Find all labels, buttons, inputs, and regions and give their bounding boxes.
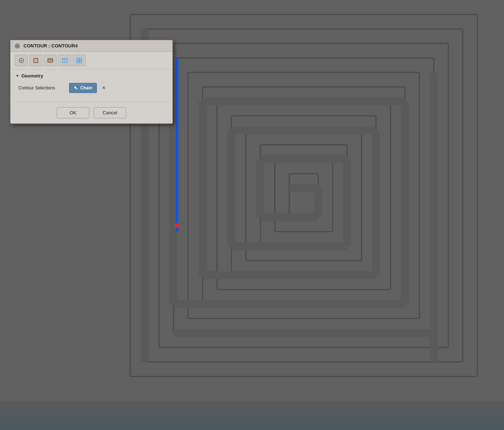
geometry-section: ▼ Geometry Contour Selections ↖ Chain × — [10, 69, 172, 102]
geometry-section-title: Geometry — [21, 73, 43, 79]
toolbar-btn-0[interactable] — [15, 55, 28, 66]
maze-viewport — [119, 11, 488, 395]
selection-endpoint — [175, 223, 179, 228]
dialog-title: CONTOUR : CONTOUR4 — [24, 43, 78, 49]
svg-rect-4 — [188, 72, 419, 319]
toolbar-btn-2[interactable] — [44, 55, 57, 66]
clear-button[interactable]: × — [101, 84, 107, 92]
viewport-floor — [0, 401, 504, 430]
svg-rect-42 — [77, 61, 79, 63]
svg-rect-11 — [289, 174, 318, 217]
svg-rect-35 — [48, 59, 53, 62]
svg-rect-37 — [62, 58, 67, 63]
svg-rect-43 — [80, 61, 82, 63]
cancel-button[interactable]: Cancel — [94, 107, 126, 118]
svg-rect-1 — [145, 29, 463, 362]
chain-button-label: Chain — [80, 85, 92, 90]
dialog-footer: OK Cancel — [10, 102, 172, 123]
svg-rect-40 — [77, 58, 79, 60]
svg-rect-34 — [35, 59, 37, 62]
toolbar-btn-1[interactable] — [29, 55, 42, 66]
selection-line — [176, 58, 178, 232]
contour-dialog: CONTOUR : CONTOUR4 — [10, 40, 173, 124]
dialog-toolbar — [10, 52, 172, 69]
section-collapse-arrow[interactable]: ▼ — [16, 74, 19, 78]
svg-point-32 — [21, 60, 22, 61]
geometry-header: ▼ Geometry — [16, 73, 167, 79]
ok-button[interactable]: OK — [57, 107, 89, 118]
close-button[interactable] — [15, 43, 20, 49]
contour-selections-row: Contour Selections ↖ Chain × — [16, 83, 167, 93]
chain-cursor-icon: ↖ — [74, 85, 78, 91]
svg-rect-41 — [80, 58, 82, 60]
chain-button[interactable]: ↖ Chain — [69, 83, 97, 93]
contour-selections-label: Contour Selections — [18, 85, 65, 90]
toolbar-btn-3[interactable] — [58, 55, 71, 66]
svg-rect-0 — [130, 14, 477, 376]
dialog-titlebar: CONTOUR : CONTOUR4 — [10, 40, 172, 52]
toolbar-btn-4[interactable] — [73, 55, 86, 66]
svg-rect-7 — [231, 116, 376, 275]
